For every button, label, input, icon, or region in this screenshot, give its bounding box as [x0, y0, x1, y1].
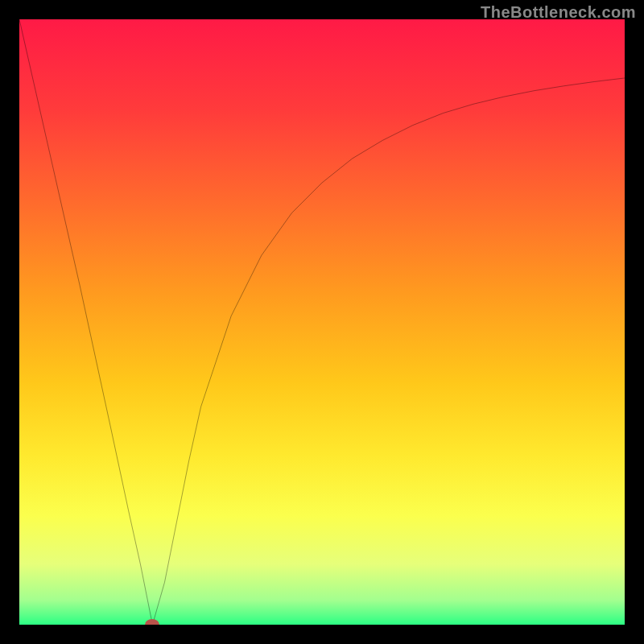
plot-area: [19, 19, 625, 625]
bottleneck-curve: [19, 19, 625, 625]
optimal-marker: [145, 619, 159, 625]
chart-frame: TheBottleneck.com: [0, 0, 644, 644]
curve-path: [19, 19, 625, 625]
watermark: TheBottleneck.com: [481, 3, 636, 22]
